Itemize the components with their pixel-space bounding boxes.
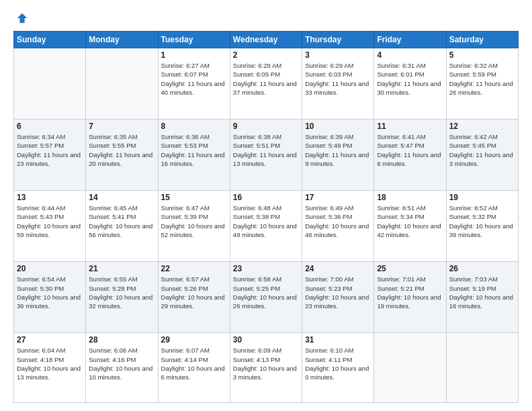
calendar-cell: 24Sunrise: 7:00 AMSunset: 5:23 PMDayligh…	[302, 262, 374, 333]
calendar-cell: 18Sunrise: 6:51 AMSunset: 5:34 PMDayligh…	[374, 191, 446, 262]
day-number: 30	[233, 335, 299, 345]
weekday-thursday: Thursday	[302, 32, 374, 48]
day-number: 26	[449, 264, 515, 273]
day-info: Sunrise: 6:31 AMSunset: 6:01 PMDaylight:…	[377, 61, 443, 97]
day-info: Sunrise: 6:41 AMSunset: 5:47 PMDaylight:…	[377, 132, 443, 168]
calendar-cell: 9Sunrise: 6:38 AMSunset: 5:51 PMDaylight…	[230, 120, 302, 191]
day-info: Sunrise: 6:04 AMSunset: 4:18 PMDaylight:…	[17, 346, 83, 381]
calendar-cell: 27Sunrise: 6:04 AMSunset: 4:18 PMDayligh…	[14, 333, 86, 403]
day-info: Sunrise: 6:29 AMSunset: 6:03 PMDaylight:…	[305, 61, 371, 97]
weekday-wednesday: Wednesday	[230, 32, 302, 48]
day-info: Sunrise: 6:42 AMSunset: 5:45 PMDaylight:…	[449, 132, 515, 168]
calendar-cell: 23Sunrise: 6:58 AMSunset: 5:25 PMDayligh…	[230, 262, 302, 333]
svg-marker-0	[17, 13, 27, 23]
calendar-cell: 30Sunrise: 6:09 AMSunset: 4:13 PMDayligh…	[230, 333, 302, 403]
header	[13, 12, 519, 24]
day-info: Sunrise: 6:07 AMSunset: 4:14 PMDaylight:…	[161, 346, 227, 381]
calendar-week-1: 1Sunrise: 6:27 AMSunset: 6:07 PMDaylight…	[14, 48, 519, 120]
day-number: 31	[305, 335, 371, 345]
day-number: 7	[89, 122, 154, 131]
day-number: 9	[233, 122, 299, 131]
day-number: 10	[305, 122, 371, 131]
calendar-cell: 8Sunrise: 6:36 AMSunset: 5:53 PMDaylight…	[158, 120, 230, 191]
day-number: 5	[449, 50, 515, 60]
calendar-cell: 20Sunrise: 6:54 AMSunset: 5:30 PMDayligh…	[14, 262, 86, 333]
day-info: Sunrise: 6:06 AMSunset: 4:16 PMDaylight:…	[89, 346, 154, 381]
day-number: 1	[161, 50, 227, 60]
calendar-cell: 12Sunrise: 6:42 AMSunset: 5:45 PMDayligh…	[446, 120, 518, 191]
day-number: 12	[449, 122, 515, 131]
calendar-week-2: 6Sunrise: 6:34 AMSunset: 5:57 PMDaylight…	[14, 120, 519, 191]
day-number: 2	[233, 50, 299, 60]
day-number: 18	[377, 193, 443, 202]
day-info: Sunrise: 6:44 AMSunset: 5:43 PMDaylight:…	[17, 203, 83, 239]
calendar-cell: 28Sunrise: 6:06 AMSunset: 4:16 PMDayligh…	[86, 333, 158, 403]
calendar-cell: 5Sunrise: 6:32 AMSunset: 5:59 PMDaylight…	[446, 48, 518, 120]
calendar-cell: 10Sunrise: 6:39 AMSunset: 5:49 PMDayligh…	[302, 120, 374, 191]
calendar-cell	[446, 333, 518, 403]
weekday-sunday: Sunday	[14, 32, 86, 48]
day-number: 21	[89, 264, 154, 273]
calendar-cell: 4Sunrise: 6:31 AMSunset: 6:01 PMDaylight…	[374, 48, 446, 120]
day-info: Sunrise: 6:28 AMSunset: 6:05 PMDaylight:…	[233, 61, 299, 97]
day-info: Sunrise: 6:54 AMSunset: 5:30 PMDaylight:…	[17, 275, 83, 310]
weekday-saturday: Saturday	[446, 32, 518, 48]
calendar-cell: 15Sunrise: 6:47 AMSunset: 5:39 PMDayligh…	[158, 191, 230, 262]
calendar-cell: 16Sunrise: 6:48 AMSunset: 5:38 PMDayligh…	[230, 191, 302, 262]
day-number: 24	[305, 264, 371, 273]
day-info: Sunrise: 6:39 AMSunset: 5:49 PMDaylight:…	[305, 132, 371, 168]
day-number: 29	[161, 335, 227, 345]
calendar-table: SundayMondayTuesdayWednesdayThursdayFrid…	[13, 31, 519, 403]
weekday-monday: Monday	[86, 32, 158, 48]
day-info: Sunrise: 6:48 AMSunset: 5:38 PMDaylight:…	[233, 203, 299, 239]
calendar-cell: 13Sunrise: 6:44 AMSunset: 5:43 PMDayligh…	[14, 191, 86, 262]
day-number: 4	[377, 50, 443, 60]
day-number: 28	[89, 335, 154, 345]
day-info: Sunrise: 6:47 AMSunset: 5:39 PMDaylight:…	[161, 203, 227, 239]
day-info: Sunrise: 6:57 AMSunset: 5:26 PMDaylight:…	[161, 275, 227, 310]
day-number: 23	[233, 264, 299, 273]
calendar-cell: 29Sunrise: 6:07 AMSunset: 4:14 PMDayligh…	[158, 333, 230, 403]
calendar-cell: 11Sunrise: 6:41 AMSunset: 5:47 PMDayligh…	[374, 120, 446, 191]
day-number: 22	[161, 264, 227, 273]
calendar-week-5: 27Sunrise: 6:04 AMSunset: 4:18 PMDayligh…	[14, 333, 519, 403]
calendar-week-3: 13Sunrise: 6:44 AMSunset: 5:43 PMDayligh…	[14, 191, 519, 262]
calendar-cell: 26Sunrise: 7:03 AMSunset: 5:19 PMDayligh…	[446, 262, 518, 333]
calendar-cell: 1Sunrise: 6:27 AMSunset: 6:07 PMDaylight…	[158, 48, 230, 120]
day-number: 8	[161, 122, 227, 131]
day-number: 27	[17, 335, 83, 345]
day-info: Sunrise: 6:34 AMSunset: 5:57 PMDaylight:…	[17, 132, 83, 168]
calendar-cell	[374, 333, 446, 403]
day-number: 3	[305, 50, 371, 60]
day-number: 14	[89, 193, 154, 202]
day-number: 20	[17, 264, 83, 273]
day-info: Sunrise: 6:58 AMSunset: 5:25 PMDaylight:…	[233, 275, 299, 310]
day-info: Sunrise: 6:09 AMSunset: 4:13 PMDaylight:…	[233, 346, 299, 381]
day-info: Sunrise: 6:36 AMSunset: 5:53 PMDaylight:…	[161, 132, 227, 168]
day-number: 15	[161, 193, 227, 202]
calendar-cell: 21Sunrise: 6:55 AMSunset: 5:28 PMDayligh…	[86, 262, 158, 333]
page: SundayMondayTuesdayWednesdayThursdayFrid…	[0, 0, 532, 411]
weekday-header-row: SundayMondayTuesdayWednesdayThursdayFrid…	[14, 32, 519, 48]
day-info: Sunrise: 6:51 AMSunset: 5:34 PMDaylight:…	[377, 203, 443, 239]
day-info: Sunrise: 7:00 AMSunset: 5:23 PMDaylight:…	[305, 275, 371, 310]
calendar-cell: 7Sunrise: 6:35 AMSunset: 5:55 PMDaylight…	[86, 120, 158, 191]
day-info: Sunrise: 6:45 AMSunset: 5:41 PMDaylight:…	[89, 203, 154, 239]
calendar-cell: 6Sunrise: 6:34 AMSunset: 5:57 PMDaylight…	[14, 120, 86, 191]
calendar-cell	[14, 48, 86, 120]
calendar-cell: 14Sunrise: 6:45 AMSunset: 5:41 PMDayligh…	[86, 191, 158, 262]
day-info: Sunrise: 6:32 AMSunset: 5:59 PMDaylight:…	[449, 61, 515, 97]
calendar-cell: 17Sunrise: 6:49 AMSunset: 5:36 PMDayligh…	[302, 191, 374, 262]
day-number: 17	[305, 193, 371, 202]
day-number: 25	[377, 264, 443, 273]
day-number: 13	[17, 193, 83, 202]
day-info: Sunrise: 6:35 AMSunset: 5:55 PMDaylight:…	[89, 132, 154, 168]
calendar-cell: 31Sunrise: 6:10 AMSunset: 4:11 PMDayligh…	[302, 333, 374, 403]
day-number: 19	[449, 193, 515, 202]
day-info: Sunrise: 6:38 AMSunset: 5:51 PMDaylight:…	[233, 132, 299, 168]
day-number: 11	[377, 122, 443, 131]
weekday-tuesday: Tuesday	[158, 32, 230, 48]
weekday-friday: Friday	[374, 32, 446, 48]
day-info: Sunrise: 7:01 AMSunset: 5:21 PMDaylight:…	[377, 275, 443, 310]
day-info: Sunrise: 6:10 AMSunset: 4:11 PMDaylight:…	[305, 346, 371, 381]
